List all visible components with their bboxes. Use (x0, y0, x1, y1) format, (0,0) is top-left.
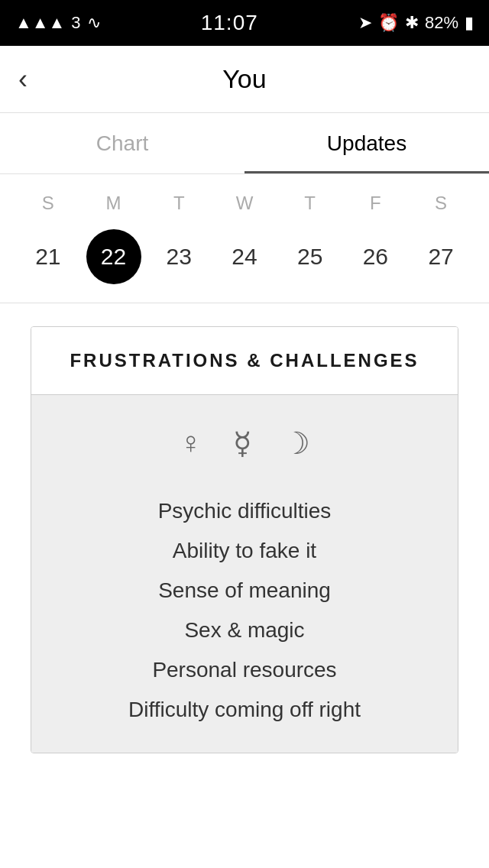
battery-label: 82% (425, 13, 458, 33)
tab-bar: Chart Updates (0, 113, 489, 174)
day-label-t1: T (151, 193, 206, 214)
day-label-s2: S (413, 193, 468, 214)
status-left: ▲▲▲ 3 ∿ (15, 13, 101, 33)
alarm-icon: ⏰ (378, 13, 399, 33)
location-icon: ➤ (358, 13, 372, 33)
card-header: FRUSTRATIONS & CHALLENGES (31, 327, 458, 395)
wifi-icon: ∿ (87, 13, 101, 33)
moon-symbol: ☽ (283, 426, 310, 461)
challenge-item-0: Psychic difficulties (158, 499, 332, 523)
mercury-symbol: ☿ (233, 426, 252, 461)
nav-bar: ‹ You (0, 46, 489, 113)
calendar: S M T W T F S 21 22 23 24 25 26 27 (0, 174, 489, 303)
back-button[interactable]: ‹ (18, 63, 28, 96)
status-right: ➤ ⏰ ✱ 82% ▮ (358, 13, 474, 33)
challenge-item-1: Ability to fake it (173, 539, 316, 563)
tab-chart[interactable]: Chart (0, 113, 244, 173)
bluetooth-icon: ✱ (405, 13, 419, 33)
date-21[interactable]: 21 (21, 229, 76, 284)
calendar-divider (0, 303, 489, 303)
date-26[interactable]: 26 (348, 229, 403, 284)
day-label-f: F (348, 193, 403, 214)
date-22-today[interactable]: 22 (86, 229, 141, 284)
symbols-row: ♀ ☿ ☽ (180, 426, 310, 461)
tab-updates[interactable]: Updates (244, 113, 489, 173)
day-label-m: M (86, 193, 141, 214)
time-display: 11:07 (201, 11, 258, 35)
battery-icon: ▮ (465, 13, 474, 33)
day-label-t2: T (283, 193, 338, 214)
venus-symbol: ♀ (180, 426, 202, 461)
signal-icon: ▲▲▲ (15, 13, 65, 33)
frustrations-title: FRUSTRATIONS & CHALLENGES (70, 350, 419, 371)
calendar-dates: 21 22 23 24 25 26 27 (15, 229, 474, 284)
date-25[interactable]: 25 (283, 229, 338, 284)
day-label-s1: S (21, 193, 76, 214)
page-title: You (222, 64, 266, 94)
date-27[interactable]: 27 (413, 229, 468, 284)
card-body: ♀ ☿ ☽ Psychic difficulties Ability to fa… (31, 395, 458, 753)
date-23[interactable]: 23 (151, 229, 206, 284)
challenge-item-2: Sense of meaning (158, 578, 331, 603)
date-24[interactable]: 24 (217, 229, 272, 284)
main-content: FRUSTRATIONS & CHALLENGES ♀ ☿ ☽ Psychic … (0, 326, 489, 784)
challenge-item-3: Sex & magic (184, 618, 304, 643)
challenge-item-4: Personal resources (152, 658, 336, 682)
network-label: 3 (71, 13, 80, 33)
status-bar: ▲▲▲ 3 ∿ 11:07 ➤ ⏰ ✱ 82% ▮ (0, 0, 489, 46)
challenge-item-5: Difficulty coming off right (128, 698, 361, 722)
day-label-w: W (217, 193, 272, 214)
challenge-list: Psychic difficulties Ability to fake it … (54, 499, 435, 722)
frustrations-card: FRUSTRATIONS & CHALLENGES ♀ ☿ ☽ Psychic … (31, 326, 458, 753)
calendar-day-labels: S M T W T F S (15, 193, 474, 214)
